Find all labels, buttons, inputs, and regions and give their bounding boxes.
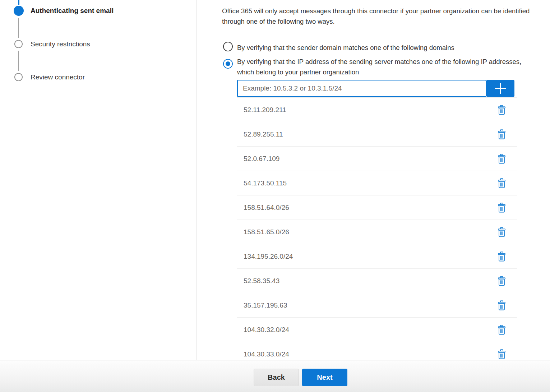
ip-address-value: 104.30.33.0/24 [237, 350, 289, 358]
delete-ip-button[interactable] [497, 275, 507, 287]
delete-ip-button[interactable] [497, 300, 507, 311]
stepper-item-authenticating-sent-email: Authenticating sent email [31, 7, 114, 15]
back-button[interactable]: Back [254, 369, 299, 386]
ip-address-value: 158.51.65.0/26 [237, 228, 289, 236]
trash-icon [498, 252, 506, 262]
trash-icon [498, 300, 506, 310]
step-upcoming-circle-icon [14, 40, 23, 48]
delete-ip-button[interactable] [497, 226, 507, 238]
trash-icon [498, 325, 506, 335]
ip-address-value: 52.11.209.211 [237, 106, 286, 114]
ip-address-value: 52.89.255.11 [237, 130, 283, 138]
stepper-connector-top [18, 0, 19, 5]
ip-address-value: 104.30.32.0/24 [237, 326, 289, 334]
ip-address-value: 52.58.35.43 [237, 277, 279, 285]
ip-address-value: 158.51.64.0/26 [237, 204, 289, 212]
radio-sender-domain[interactable] [223, 42, 233, 51]
add-ip-button[interactable] [486, 80, 514, 97]
step-description: Office 365 will only accept messages thr… [222, 6, 550, 27]
trash-icon [498, 154, 506, 164]
ip-address-value: 54.173.50.115 [237, 179, 287, 187]
radio-ip-address[interactable] [223, 59, 233, 69]
ip-list-row: 158.51.65.0/26 [237, 220, 517, 244]
delete-ip-button[interactable] [497, 251, 507, 262]
delete-ip-button[interactable] [497, 349, 507, 360]
trash-icon [498, 129, 506, 139]
delete-ip-button[interactable] [497, 104, 507, 116]
ip-address-value: 52.0.67.109 [237, 155, 279, 163]
delete-ip-button[interactable] [497, 153, 507, 165]
delete-ip-button[interactable] [497, 202, 507, 213]
next-button[interactable]: Next [302, 369, 347, 386]
ip-address-input[interactable] [237, 80, 486, 97]
stepper-item-review-connector: Review connector [31, 73, 85, 81]
trash-icon [498, 276, 506, 286]
panel-divider [196, 0, 197, 360]
ip-list-row: 104.30.32.0/24 [237, 318, 517, 342]
ip-list-row: 158.51.64.0/26 [237, 195, 517, 220]
ip-list-row: 52.11.209.211 [237, 98, 517, 122]
ip-list-row: 35.157.195.63 [237, 293, 517, 318]
radio-selected-dot-icon [226, 61, 230, 66]
stepper-connector [18, 18, 19, 38]
ip-address-value: 35.157.195.63 [237, 301, 287, 309]
ip-address-list: 52.11.209.211 52.89.255.11 [237, 97, 517, 366]
delete-ip-button[interactable] [497, 324, 507, 336]
plus-icon [495, 83, 506, 94]
stepper-item-security-restrictions: Security restrictions [31, 40, 90, 48]
trash-icon [498, 105, 506, 115]
wizard-stepper: Authenticating sent email Security restr… [0, 0, 196, 360]
trash-icon [498, 349, 506, 359]
radio-ip-address-label[interactable]: By verifying that the IP address of the … [237, 56, 532, 77]
wizard-footer: Back Next [0, 360, 550, 392]
ip-list-row: 52.89.255.11 [237, 122, 517, 147]
ip-list-row: 134.195.26.0/24 [237, 244, 517, 269]
trash-icon [498, 227, 506, 237]
ip-list-row: 52.58.35.43 [237, 269, 517, 293]
connector-wizard: Authenticating sent email Security restr… [0, 0, 550, 392]
step-current-circle-icon [14, 6, 24, 16]
ip-list-row: 52.0.67.109 [237, 147, 517, 171]
stepper-connector [18, 51, 19, 71]
ip-list-row: 54.173.50.115 [237, 171, 517, 195]
trash-icon [498, 203, 506, 213]
ip-address-value: 134.195.26.0/24 [237, 253, 293, 260]
step-upcoming-circle-icon [14, 73, 23, 81]
delete-ip-button[interactable] [497, 177, 507, 189]
radio-sender-domain-label[interactable]: By verifying that the sender domain matc… [237, 42, 454, 53]
delete-ip-button[interactable] [497, 129, 507, 140]
trash-icon [498, 178, 506, 188]
